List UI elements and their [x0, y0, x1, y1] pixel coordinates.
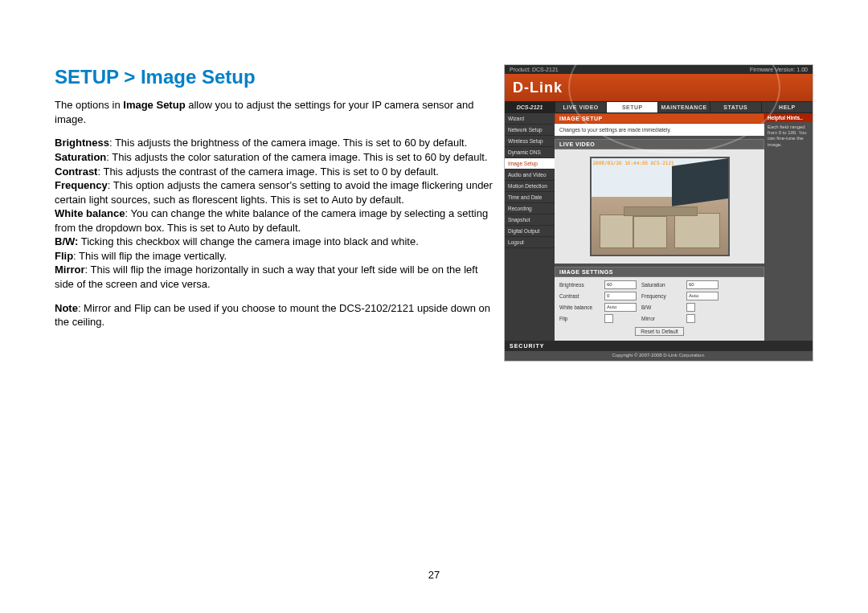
contrast-label: Contrast — [559, 293, 600, 299]
video-osd: 2008/03/26 16:44:05 DCS-2121 — [593, 160, 674, 166]
bw-label: B/W — [641, 304, 682, 310]
sidebar-item-recording[interactable]: Recording — [505, 203, 555, 215]
live-video-header: LIVE VIDEO — [555, 139, 764, 149]
live-video-body: 2008/03/26 16:44:05 DCS-2121 — [555, 149, 764, 264]
contrast-select[interactable]: 0 — [604, 292, 637, 300]
sidebar-item-ddns[interactable]: Dynamic DNS — [505, 147, 555, 158]
saturation-label: Saturation — [641, 282, 682, 288]
manual-text-column: SETUP > Image Setup The options in Image… — [55, 64, 493, 362]
copyright: Copyright © 2007-2008 D-Link Corporation… — [505, 351, 813, 361]
brand-banner: D-Link — [505, 74, 813, 101]
frequency-label: Frequency — [641, 293, 682, 299]
firmware-label: Firmware Version: 1.00 — [750, 67, 808, 72]
sidebar-item-wizard[interactable]: Wizard — [505, 113, 555, 125]
mirror-label: Mirror — [641, 316, 682, 321]
hints-panel: Helpful Hints.. Each field ranged from 0… — [764, 113, 813, 341]
sidebar-item-logout[interactable]: Logout — [505, 237, 555, 248]
brightness-select[interactable]: 60 — [604, 280, 637, 289]
model-cell: DCS-2121 — [505, 102, 555, 112]
page-title: SETUP > Image Setup — [55, 64, 493, 90]
sidebar-item-digital-output[interactable]: Digital Output — [505, 226, 555, 237]
page-number: 27 — [428, 569, 440, 581]
hints-body: Each field ranged from 0 to 100. You can… — [764, 122, 813, 150]
image-setup-header: IMAGE SETUP — [555, 113, 764, 124]
definitions: Brightness: This adjusts the brightness … — [55, 136, 493, 291]
tab-maintenance[interactable]: MAINTENANCE — [657, 102, 709, 112]
image-settings-header: IMAGE SETTINGS — [555, 267, 764, 277]
hints-header: Helpful Hints.. — [764, 113, 813, 122]
sidebar-item-time-date[interactable]: Time and Date — [505, 192, 555, 203]
tab-help[interactable]: HELP — [761, 102, 813, 112]
white-balance-label: White balance — [559, 304, 600, 310]
brand-logo: D-Link — [513, 80, 563, 96]
sidebar: Wizard Network Setup Wireless Setup Dyna… — [505, 113, 555, 341]
sidebar-item-image-setup[interactable]: Image Setup — [505, 158, 555, 170]
saturation-select[interactable]: 60 — [686, 280, 719, 289]
image-settings-body: Brightness 60 Saturation 60 Contrast 0 F… — [555, 277, 764, 341]
reset-to-default-button[interactable]: Reset to Default — [635, 327, 684, 336]
main-area: IMAGE SETUP Changes to your settings are… — [555, 113, 764, 341]
sidebar-item-snapshot[interactable]: Snapshot — [505, 215, 555, 226]
image-setup-note: Changes to your settings are made immedi… — [555, 124, 764, 136]
product-label: Product: DCS-2121 — [510, 67, 559, 72]
sidebar-item-wireless[interactable]: Wireless Setup — [505, 136, 555, 147]
tab-status[interactable]: STATUS — [710, 102, 761, 112]
note-paragraph: Note: Mirror and Flip can be used if you… — [55, 301, 493, 329]
tab-setup[interactable]: SETUP — [606, 102, 657, 112]
router-ui-screenshot: Product: DCS-2121 Firmware Version: 1.00… — [504, 64, 813, 362]
top-strip: Product: DCS-2121 Firmware Version: 1.00 — [505, 65, 813, 74]
security-bar: SECURITY — [505, 341, 813, 351]
tabs-row: DCS-2121 LIVE VIDEO SETUP MAINTENANCE ST… — [505, 101, 813, 113]
frequency-select[interactable]: Auto — [686, 292, 719, 300]
tab-live-video[interactable]: LIVE VIDEO — [555, 102, 606, 112]
sidebar-item-motion[interactable]: Motion Detection — [505, 181, 555, 192]
flip-label: Flip — [559, 316, 600, 321]
video-preview: 2008/03/26 16:44:05 DCS-2121 — [590, 157, 730, 256]
sidebar-item-audio-video[interactable]: Audio and Video — [505, 170, 555, 181]
mirror-checkbox[interactable] — [686, 314, 695, 323]
white-balance-select[interactable]: Auto — [604, 303, 637, 312]
intro-paragraph: The options in Image Setup allow you to … — [55, 98, 493, 126]
flip-checkbox[interactable] — [604, 314, 613, 323]
bw-checkbox[interactable] — [686, 303, 695, 312]
brightness-label: Brightness — [559, 282, 600, 288]
sidebar-item-network[interactable]: Network Setup — [505, 125, 555, 136]
